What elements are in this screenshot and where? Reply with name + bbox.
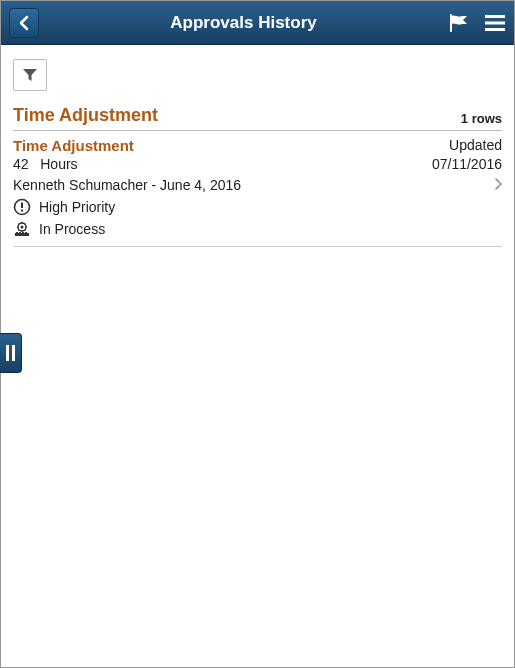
quantity-unit: Hours [40, 156, 77, 172]
content-area: Time Adjustment 1 rows Time Adjustment U… [1, 45, 514, 247]
state-label: In Process [39, 221, 105, 237]
rows-count: 1 rows [461, 111, 502, 126]
svg-rect-10 [19, 232, 21, 234]
header-right [448, 13, 506, 33]
priority-label: High Priority [39, 199, 115, 215]
item-status: Updated [449, 137, 502, 154]
svg-point-7 [21, 226, 24, 229]
svg-rect-1 [485, 21, 505, 24]
item-state-row: In Process [13, 220, 502, 238]
item-priority-row: High Priority [13, 198, 502, 216]
svg-rect-5 [21, 210, 23, 212]
section-header: Time Adjustment 1 rows [13, 101, 502, 131]
svg-rect-2 [485, 28, 505, 31]
flag-button[interactable] [448, 13, 470, 33]
section-title: Time Adjustment [13, 105, 158, 126]
hamburger-icon [484, 14, 506, 32]
pause-icon [6, 345, 15, 361]
svg-rect-9 [16, 232, 18, 234]
chevron-left-icon [18, 15, 30, 31]
item-row-sub: Kenneth Schumacher - June 4, 2016 [13, 176, 502, 194]
item-title: Time Adjustment [13, 137, 134, 154]
item-submitter: Kenneth Schumacher - June 4, 2016 [13, 177, 241, 193]
item-quantity: 42 Hours [13, 156, 78, 172]
filter-button[interactable] [13, 59, 47, 91]
item-row-title: Time Adjustment Updated [13, 137, 502, 154]
app-frame: Approvals History [0, 0, 515, 668]
item-status-date: 07/11/2016 [432, 156, 502, 172]
menu-button[interactable] [484, 14, 506, 32]
chevron-right-icon [494, 176, 502, 194]
svg-rect-12 [25, 232, 27, 234]
list-item[interactable]: Time Adjustment Updated 42 Hours 07/11/2… [13, 131, 502, 247]
filter-icon [22, 68, 38, 82]
quantity-value: 42 [13, 156, 29, 172]
toolbar [13, 55, 502, 101]
back-button[interactable] [9, 8, 39, 38]
svg-rect-4 [21, 203, 23, 209]
svg-rect-11 [22, 232, 24, 234]
header-left [9, 8, 39, 38]
expand-panel-tab[interactable] [0, 333, 22, 373]
page-title: Approvals History [39, 13, 448, 33]
flag-icon [448, 13, 470, 33]
app-header: Approvals History [1, 1, 514, 45]
svg-rect-0 [485, 15, 505, 18]
alert-icon [13, 198, 31, 216]
item-row-qty: 42 Hours 07/11/2016 [13, 156, 502, 172]
gear-icon [13, 220, 31, 238]
